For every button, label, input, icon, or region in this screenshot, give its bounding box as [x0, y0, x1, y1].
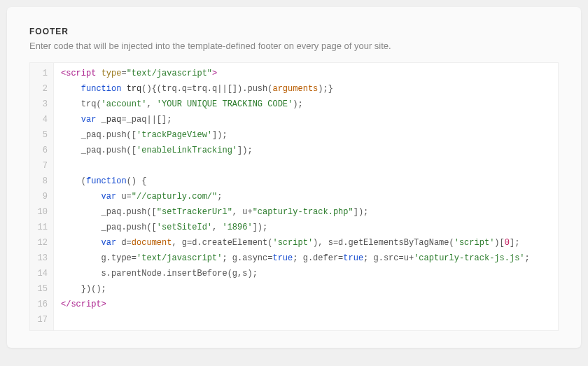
line-number: 4 — [37, 112, 48, 127]
line-number: 16 — [37, 297, 48, 312]
line-number-gutter: 1234567891011121314151617 — [30, 63, 54, 330]
line-number: 6 — [37, 143, 48, 158]
line-number: 3 — [37, 97, 48, 112]
line-number: 12 — [37, 235, 48, 251]
line-number: 2 — [37, 81, 48, 97]
line-number: 9 — [37, 189, 48, 204]
code-line[interactable]: <script type="text/javascript"> — [61, 66, 551, 81]
line-number: 5 — [37, 127, 48, 143]
code-line[interactable]: function trq(){(trq.q=trq.q||[]).push(ar… — [61, 81, 551, 97]
code-area[interactable]: <script type="text/javascript"> function… — [54, 63, 558, 330]
line-number: 13 — [37, 251, 48, 266]
code-line[interactable]: trq('account', 'YOUR UNIQUE TRACKING COD… — [61, 97, 551, 112]
code-line[interactable] — [61, 158, 551, 174]
section-title: FOOTER — [29, 27, 559, 36]
code-line[interactable]: _paq.push(['enableLinkTracking']); — [61, 143, 551, 158]
code-line[interactable]: (function() { — [61, 174, 551, 189]
line-number: 11 — [37, 220, 48, 235]
code-line[interactable]: _paq.push(['trackPageView']); — [61, 127, 551, 143]
line-number: 17 — [37, 312, 48, 328]
code-line[interactable]: var u="//capturly.com/"; — [61, 189, 551, 204]
code-editor[interactable]: 1234567891011121314151617 <script type="… — [29, 62, 559, 331]
code-line[interactable]: _paq.push(['setSiteId', '1896']); — [61, 220, 551, 235]
line-number: 15 — [37, 281, 48, 297]
footer-injection-card: FOOTER Enter code that will be injected … — [7, 7, 581, 348]
code-line[interactable]: })(); — [61, 281, 551, 297]
code-line[interactable] — [61, 312, 551, 328]
line-number: 8 — [37, 174, 48, 189]
code-line[interactable]: s.parentNode.insertBefore(g,s); — [61, 266, 551, 281]
code-line[interactable]: g.type='text/javascript'; g.async=true; … — [61, 251, 551, 266]
code-line[interactable]: var d=document, g=d.createElement('scrip… — [61, 235, 551, 251]
code-line[interactable]: </script> — [61, 297, 551, 312]
section-description: Enter code that will be injected into th… — [29, 41, 559, 51]
line-number: 7 — [37, 158, 48, 174]
line-number: 10 — [37, 204, 48, 220]
line-number: 14 — [37, 266, 48, 281]
code-line[interactable]: var _paq=_paq||[]; — [61, 112, 551, 127]
line-number: 1 — [37, 66, 48, 81]
code-line[interactable]: _paq.push(["setTrackerUrl", u+"capturly-… — [61, 204, 551, 220]
